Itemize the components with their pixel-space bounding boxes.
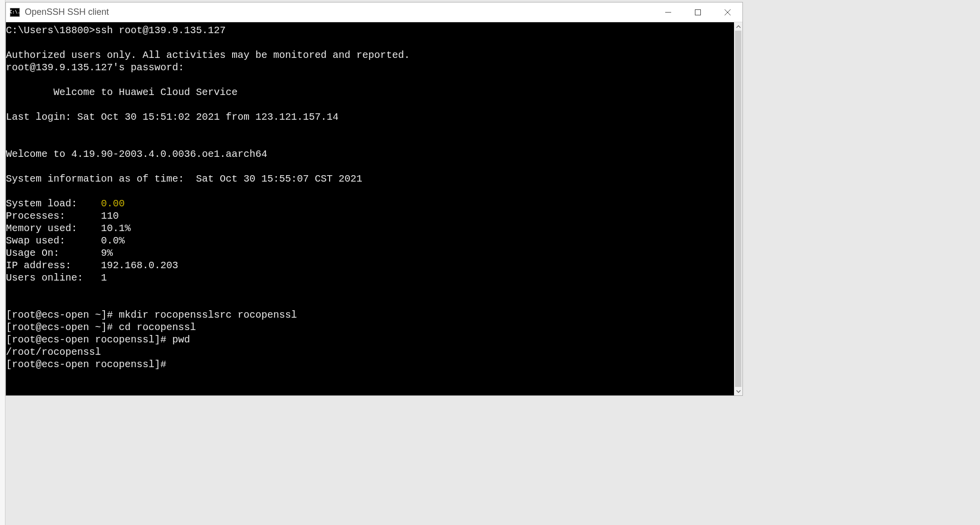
maximize-icon: [694, 9, 701, 16]
blank-line: [6, 136, 734, 148]
shell-prompt: [root@ecs-open ~]#: [6, 309, 113, 321]
scroll-down-button[interactable]: [734, 387, 742, 395]
ip-label: IP address:: [6, 259, 101, 272]
close-icon: [724, 9, 731, 16]
last-login: Last login: Sat Oct 30 15:51:02 2021 fro…: [6, 111, 734, 123]
swap-value: 0.0%: [101, 235, 125, 246]
chevron-up-icon: [736, 25, 741, 28]
win-prompt: C:\Users\18800>: [6, 25, 95, 36]
scroll-up-button[interactable]: [734, 22, 742, 31]
sysinfo-row: System load:0.00: [6, 197, 734, 210]
sysinfo-row: Usage On:9%: [6, 247, 734, 259]
scroll-thumb[interactable]: [735, 31, 741, 387]
memory-value: 10.1%: [101, 223, 131, 234]
blank-line: [6, 185, 734, 197]
blank-line: [6, 98, 734, 111]
shell-cmd: mkdir rocopensslsrc rocopenssl: [113, 309, 297, 321]
blank-line: [6, 296, 734, 309]
terminal-line: [root@ecs-open rocopenssl]# pwd: [6, 334, 734, 346]
shell-prompt: [root@ecs-open rocopenssl]#: [6, 359, 166, 370]
shell-prompt: [root@ecs-open ~]#: [6, 322, 113, 333]
shell-cmd: cd rocopenssl: [113, 322, 196, 333]
users-label: Users online:: [6, 272, 101, 284]
ssh-cmd: ssh root@139.9.135.127: [95, 25, 226, 36]
sysinfo-time: System information as of time: Sat Oct 3…: [6, 173, 734, 185]
sysinfo-row: Swap used:0.0%: [6, 235, 734, 247]
usage-value: 9%: [101, 247, 113, 259]
maximize-button[interactable]: [683, 2, 713, 22]
terminal-line: [root@ecs-open ~]# cd rocopenssl: [6, 321, 734, 334]
sysinfo-row: Memory used:10.1%: [6, 222, 734, 235]
chevron-down-icon: [736, 390, 741, 393]
svg-rect-1: [695, 9, 701, 15]
background-strip: [0, 0, 5, 525]
sysinfo-row: Users online:1: [6, 272, 734, 284]
minimize-icon: [665, 9, 672, 16]
system-load-value: 0.00: [101, 198, 125, 209]
blank-line: [6, 160, 734, 173]
app-icon-text: C:\.: [9, 10, 20, 14]
blank-line: [6, 123, 734, 136]
swap-label: Swap used:: [6, 235, 101, 247]
shell-output: /root/rocopenssl: [6, 346, 734, 358]
blank-line: [6, 37, 734, 49]
terminal-line: [root@ecs-open rocopenssl]#: [6, 358, 734, 371]
scroll-track[interactable]: [734, 31, 742, 387]
app-icon: C:\.: [10, 8, 20, 17]
kernel-welcome: Welcome to 4.19.90-2003.4.0.0036.oe1.aar…: [6, 148, 734, 160]
terminal-area: C:\Users\18800>ssh root@139.9.135.127 Au…: [6, 22, 742, 395]
minimize-button[interactable]: [653, 2, 683, 22]
system-load-label: System load:: [6, 197, 101, 210]
window-title: OpenSSH SSH client: [25, 7, 109, 17]
terminal-line: [root@ecs-open ~]# mkdir rocopensslsrc r…: [6, 309, 734, 321]
processes-label: Processes:: [6, 210, 101, 222]
blank-line: [6, 74, 734, 86]
blank-line: [6, 284, 734, 296]
terminal-line: C:\Users\18800>ssh root@139.9.135.127: [6, 24, 734, 37]
ip-value: 192.168.0.203: [101, 260, 178, 271]
users-value: 1: [101, 272, 107, 284]
sysinfo-row: IP address:192.168.0.203: [6, 259, 734, 272]
openssh-window: C:\. OpenSSH SSH client C:\Users\18800>s…: [5, 2, 743, 396]
shell-prompt: [root@ecs-open rocopenssl]#: [6, 334, 166, 345]
close-button[interactable]: [713, 2, 742, 22]
terminal[interactable]: C:\Users\18800>ssh root@139.9.135.127 Au…: [6, 22, 734, 395]
welcome-banner: Welcome to Huawei Cloud Service: [6, 86, 734, 98]
scrollbar[interactable]: [734, 22, 742, 395]
password-prompt: root@139.9.135.127's password:: [6, 61, 734, 74]
titlebar[interactable]: C:\. OpenSSH SSH client: [6, 2, 742, 22]
memory-label: Memory used:: [6, 222, 101, 235]
sysinfo-row: Processes:110: [6, 210, 734, 222]
usage-label: Usage On:: [6, 247, 101, 259]
auth-notice: Authorized users only. All activities ma…: [6, 49, 734, 61]
processes-value: 110: [101, 210, 119, 222]
shell-cmd: pwd: [166, 334, 190, 345]
